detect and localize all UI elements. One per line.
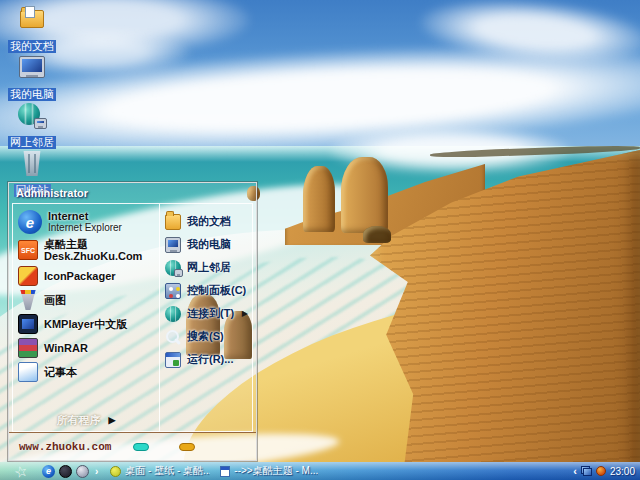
submenu-arrow-icon: ▶ <box>242 309 248 318</box>
shut-down-button[interactable] <box>179 443 195 451</box>
recycle-bin-icon <box>17 148 47 178</box>
zhuoku-theme-icon: SFC <box>18 240 38 260</box>
menu-item-title: 画图 <box>44 294 66 306</box>
task-button-label: -->>桌酷主题 - M... <box>234 464 318 478</box>
internet-explorer-icon: e <box>18 210 42 234</box>
notepad-icon <box>18 362 38 382</box>
start-menu-programs-column: e Internet Internet Explorer SFC 桌酷主题Des… <box>13 204 159 431</box>
task-button-theme[interactable]: -->>桌酷主题 - M... <box>220 464 318 478</box>
all-programs-label: 所有程序 <box>57 413 101 428</box>
kmplayer-icon <box>18 314 38 334</box>
my-documents-icon <box>165 214 181 230</box>
desktop-icon-my-computer[interactable]: 我的电脑 <box>6 52 58 102</box>
start-menu-item-zhuoku-theme[interactable]: SFC 桌酷主题Desk.ZhuoKu.Com <box>15 236 157 264</box>
wallpaper-task-icon <box>110 466 121 477</box>
start-menu-item-notepad[interactable]: 记事本 <box>15 360 157 384</box>
task-button-label: 桌面 - 壁纸 - 桌酷... <box>125 464 210 478</box>
document-task-icon <box>220 466 230 477</box>
start-menu-item-iconpackager[interactable]: IconPackager <box>15 264 157 288</box>
desktop-icon-my-documents[interactable]: 我的文档 <box>6 4 58 54</box>
start-menu-item-connect-to[interactable]: 连接到(T) ▶ <box>162 302 250 325</box>
system-tray: ‹ 23:00 <box>573 465 640 477</box>
desktop-icon-network-places[interactable]: 网上邻居 <box>6 100 58 150</box>
log-off-button[interactable] <box>133 443 149 451</box>
menu-item-label: 我的文档 <box>187 214 231 229</box>
start-menu-item-internet[interactable]: e Internet Internet Explorer <box>15 208 157 236</box>
start-menu: Administrator e Internet Internet Explor… <box>8 182 257 461</box>
start-menu-item-my-computer[interactable]: 我的电脑 <box>162 233 250 256</box>
quicklaunch-kmplayer-icon[interactable] <box>59 465 72 478</box>
menu-item-label: 运行(R)... <box>187 352 233 367</box>
start-menu-item-search[interactable]: 搜索(S) <box>162 325 250 348</box>
start-button-star-icon: ☆ <box>13 462 30 480</box>
tray-collapse-icon[interactable]: ‹ <box>573 465 577 477</box>
start-menu-item-control-panel[interactable]: 控制面板(C) <box>162 279 250 302</box>
network-places-icon <box>165 260 181 276</box>
menu-item-label: 控制面板(C) <box>187 283 246 298</box>
connect-to-icon <box>165 306 181 322</box>
start-menu-item-my-documents[interactable]: 我的文档 <box>162 210 250 233</box>
rock-stack <box>363 226 391 243</box>
menu-item-title: 记事本 <box>44 366 77 378</box>
menu-item-label: 连接到(T) <box>187 306 234 321</box>
my-computer-icon <box>17 52 47 82</box>
all-programs-arrow-icon: ▶ <box>109 415 116 425</box>
mini-monitor-icon <box>174 269 183 277</box>
quicklaunch-expand-icon[interactable]: › <box>93 466 100 477</box>
tray-app-icon[interactable] <box>596 466 606 476</box>
menu-item-title: KMPlayer中文版 <box>44 318 127 330</box>
menu-item-label: 网上邻居 <box>187 260 231 275</box>
my-documents-icon <box>17 4 47 34</box>
start-menu-body: e Internet Internet Explorer SFC 桌酷主题Des… <box>12 203 253 432</box>
rock-stack <box>303 166 335 232</box>
start-menu-item-network-places[interactable]: 网上邻居 <box>162 256 250 279</box>
menu-item-label: 我的电脑 <box>187 237 231 252</box>
start-menu-item-paint[interactable]: 画图 <box>15 288 157 312</box>
user-name: Administrator <box>16 187 88 199</box>
run-icon <box>165 352 181 368</box>
quick-launch-bar: e › <box>42 465 100 478</box>
tray-clock: 23:00 <box>610 466 635 477</box>
quicklaunch-internet-explorer-icon[interactable]: e <box>42 465 55 478</box>
menu-item-title: Internet <box>48 210 122 222</box>
menu-item-subtitle: Internet Explorer <box>48 222 122 234</box>
tray-network-icon[interactable] <box>581 466 592 476</box>
all-programs-item[interactable]: 所有程序 ▶ <box>15 411 157 429</box>
start-menu-item-kmplayer[interactable]: KMPlayer中文版 <box>15 312 157 336</box>
quicklaunch-browser-icon[interactable] <box>76 465 89 478</box>
start-menu-header: Administrator <box>9 183 256 203</box>
control-panel-icon <box>165 283 181 299</box>
start-menu-item-winrar[interactable]: WinRAR <box>15 336 157 360</box>
iconpackager-icon <box>18 266 38 286</box>
zhuoku-website-link[interactable]: www.zhuoku.com <box>19 441 111 453</box>
rock-stack <box>341 157 388 233</box>
menu-item-title: 桌酷主题Desk.ZhuoKu.Com <box>44 238 154 262</box>
desktop-screen: 我的文档 我的电脑 网上邻居 回收站 Administrator e <box>0 0 640 480</box>
menu-item-title: WinRAR <box>44 342 88 354</box>
taskbar: ☆ e › 桌面 - 壁纸 - 桌酷... -->>桌酷主题 - M... ‹ … <box>0 462 640 480</box>
start-menu-footer: www.zhuoku.com <box>9 432 256 460</box>
menu-item-title: IconPackager <box>44 270 116 282</box>
my-computer-icon <box>165 237 181 253</box>
paint-icon <box>18 290 38 310</box>
start-button[interactable]: ☆ <box>0 462 42 480</box>
search-icon <box>165 329 181 345</box>
task-button-wallpaper[interactable]: 桌面 - 壁纸 - 桌酷... <box>110 464 210 478</box>
start-menu-places-column: 我的文档 我的电脑 网上邻居 控制面板(C) <box>159 204 252 431</box>
winrar-icon <box>18 338 38 358</box>
menu-item-label: 搜索(S) <box>187 329 224 344</box>
start-menu-item-run[interactable]: 运行(R)... <box>162 348 250 371</box>
network-places-icon <box>17 100 47 130</box>
